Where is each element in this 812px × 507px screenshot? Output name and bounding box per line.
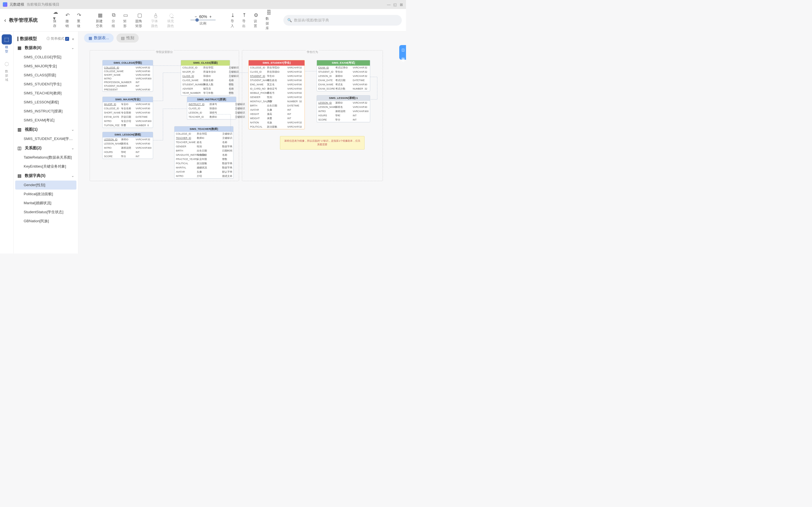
- field-library-dock[interactable]: ◫ 字段库: [399, 45, 406, 60]
- entity-major[interactable]: SIMS_MAJOR[专业] MAJOR_ID专业IDVARCHAR32COLL…: [102, 97, 153, 128]
- entity-row: GRADUATE_INSTITUTION毕业院校名称: [174, 153, 233, 157]
- canvas-area: ▦数据表... ▤性别 学院设置部分 学生行为 SIMS_COLLEGE[学院]…: [79, 32, 406, 253]
- entity-row: LESSON_ID课程IDVARCHAR32: [317, 101, 370, 105]
- sidebar-item[interactable]: KeyEntities[关键业务对象]: [15, 162, 77, 171]
- sidebar-item[interactable]: SIMS_EXAM[考试]: [15, 116, 77, 125]
- sidebar-item[interactable]: Marital[婚姻状况]: [15, 199, 77, 208]
- rail-datadomain[interactable]: ◌数 据 域: [2, 59, 12, 82]
- entity-instruct[interactable]: SIMS_INSTRUCT[授课] INSTRUCT_ID授课号主键标识CLAS…: [187, 97, 236, 119]
- export-icon: ⤒: [242, 12, 246, 18]
- entity-row: INTRO专业介绍VARCHAR900: [103, 119, 153, 123]
- sidebar-item[interactable]: SIMS_MAJOR[专业]: [15, 62, 77, 71]
- entity-row: SCORE学分INT: [317, 118, 370, 122]
- entity-row: SCORE学分INT: [103, 154, 153, 159]
- sidebar-group-head[interactable]: ▥视图(1)⌄: [15, 125, 77, 134]
- tab-data-tables[interactable]: ▦数据表...: [84, 34, 114, 43]
- search-input[interactable]: 🔍 数据表/视图/数据字典: [283, 15, 402, 25]
- entity-row: LESSON_ID课程IDVARCHAR32: [317, 74, 370, 78]
- sidebar-item[interactable]: SIMS_STUDENT[学生]: [15, 80, 77, 89]
- chevron-down-icon: ⌄: [71, 146, 74, 150]
- group-icon: ▦: [17, 45, 22, 50]
- new-table-button[interactable]: ▦新建空表: [95, 12, 105, 29]
- checkbox-checked-icon[interactable]: ✓: [65, 37, 69, 41]
- zoom-control[interactable]: − 60% + 比例: [190, 14, 216, 26]
- undo-button[interactable]: ↶撤销: [64, 12, 71, 29]
- window-restore-icon[interactable]: ◱: [393, 3, 397, 6]
- entity-class[interactable]: SIMS_CLASS[班级] COLLEGE_ID所在学院主键标识MAJOR_I…: [181, 60, 230, 96]
- undo-icon: ↶: [65, 12, 70, 18]
- zoom-slider[interactable]: [190, 19, 216, 20]
- sidebar-item[interactable]: SIMS_COLLEGE[学院]: [15, 53, 77, 62]
- chevron-down-icon: ⌄: [71, 128, 74, 131]
- tab-gender[interactable]: ▤性别: [116, 34, 139, 43]
- search-icon: 🔍: [287, 18, 292, 22]
- entity-row: INTROVARCHAR900: [103, 76, 153, 80]
- entity-header: SIMS_INSTRUCT[授课]: [187, 97, 236, 102]
- font-color-button[interactable]: A̲字体颜色: [150, 12, 161, 29]
- import-button[interactable]: ⤓导入: [230, 12, 236, 29]
- save-button[interactable]: ☁▾保存: [52, 12, 59, 29]
- entity-row: GENDER性别VARCHAR32: [249, 95, 305, 100]
- sidebar-item[interactable]: Political[政治面貌]: [15, 189, 77, 199]
- entity-lesson[interactable]: SIMS_LESSON[课程] LESSON_ID课程IDVARCHAR32LE…: [102, 132, 153, 159]
- entity-student[interactable]: SIMS_STUDENT[学生] COLLEGE_ID所在学院IDVARCHAR…: [248, 60, 305, 129]
- window-close-icon[interactable]: ⊠: [399, 3, 403, 6]
- entity-row: MAJOR_ID专业IDVARCHAR32: [103, 102, 153, 107]
- group-icon: ⧉: [112, 12, 116, 18]
- sidebar-group-head[interactable]: ▦数据表(8)⌄: [15, 43, 77, 53]
- simple-mode-toggle[interactable]: ⓘ简单模式✓: [47, 36, 69, 41]
- redo-button[interactable]: ↷重做: [76, 12, 82, 29]
- sidebar-group-head[interactable]: ▤数据字典(5)⌄: [15, 171, 77, 180]
- sidebar-item[interactable]: GBNation[民族]: [15, 217, 77, 226]
- entity-college[interactable]: SIMS_COLLEGE[学院] COLLEGE_IDVARCHAR32COLL…: [102, 60, 153, 92]
- sidebar-item[interactable]: TableRelations[数据表关系图]: [15, 153, 77, 162]
- sidebar-item[interactable]: SIMS_INSTRUCT[授课]: [15, 107, 77, 116]
- export-button[interactable]: ⤒导出: [241, 12, 248, 29]
- sidebar-item[interactable]: StudentStatus[学生状态]: [15, 208, 77, 217]
- collapse-sidebar-icon[interactable]: «: [72, 37, 74, 41]
- entity-row: ID_CARD_NO身份证号VARCHAR60: [249, 87, 305, 91]
- sidebar-item[interactable]: SIMS_TEACHER[教师]: [15, 89, 77, 98]
- rect-icon: ▭: [123, 12, 128, 18]
- entity-row: COLLEGE_ID所在学院IDVARCHAR32: [249, 66, 305, 70]
- back-button[interactable]: ‹: [4, 17, 6, 23]
- entity-row: CLASS_ID班级ID主键标识: [187, 107, 236, 111]
- group-label: 数据表(8): [25, 45, 42, 50]
- entity-header: SIMS_LESSON[课程]:1: [317, 96, 370, 101]
- entity-row: PRACTICE_YEARS从业年限整数: [174, 157, 233, 161]
- entity-row: LESSON_ID课程号主键标识: [187, 111, 236, 115]
- entity-row: INTRO课程说明VARCHAR900: [103, 146, 153, 150]
- rail-model[interactable]: ⬚模 型: [2, 34, 12, 54]
- chevron-down-icon: ⌄: [71, 46, 74, 50]
- entity-row: POLITICAL政治面貌数据字典: [174, 161, 233, 166]
- sidebar-item[interactable]: SIMS_CLASS[班级]: [15, 71, 77, 80]
- cloud-upload-icon: ☁▾: [53, 12, 58, 18]
- entity-row: COLLEGE_ID专业名称VARCHAR90: [103, 107, 153, 111]
- sidebar-item[interactable]: SIMS_LESSON[课程]: [15, 98, 77, 107]
- diagram-canvas[interactable]: 学院设置部分 学生行为 SIMS_COLLEGE[学院] COLLEGE_IDV…: [79, 45, 406, 253]
- database-button[interactable]: 🗄数据库: [264, 10, 273, 31]
- entity-exam[interactable]: SIMS_EXAM[考试] EXAM_ID考试记录IDVARCHAR32STUD…: [317, 60, 370, 91]
- entity-teacher[interactable]: SIMS_TEACHER[教师] COLLEGE_ID所在学院主键标识TEACH…: [174, 126, 234, 179]
- entity-row: LESSON_ID课程IDVARCHAR32: [103, 137, 153, 142]
- sidebar-item[interactable]: SMIS_STUDENT_EXAM[学生考试]: [15, 134, 77, 144]
- entity-row: PRESIDENTVARCHAR90: [103, 88, 153, 91]
- font-color-icon: A̲: [154, 12, 157, 18]
- entity-header: SIMS_EXAM[考试]: [317, 60, 370, 66]
- sidebar-item[interactable]: Gender[性别]: [15, 180, 77, 189]
- settings-button[interactable]: ⚙设置: [253, 12, 259, 29]
- group-icon: ◫: [17, 146, 22, 151]
- window-minimize-icon[interactable]: —: [387, 3, 391, 6]
- note-box: 课程信息表为镜像，所以后面的":1"标识，是指第1个镜像副本，仅关系图需要: [280, 136, 364, 150]
- entity-row: SHORT_NAMEVARCHAR90: [103, 73, 153, 76]
- round-rect-button[interactable]: ▢圆角矩形: [134, 12, 145, 29]
- fill-color-button[interactable]: ◌̲填充颜色: [166, 12, 177, 29]
- rect-button[interactable]: ▭矩形: [122, 12, 129, 29]
- group-button[interactable]: ⧉分组: [110, 12, 117, 29]
- entity-lesson-mirror[interactable]: SIMS_LESSON[课程]:1 LESSON_ID课程IDVARCHAR32…: [317, 95, 370, 122]
- zoom-in-icon[interactable]: +: [209, 14, 212, 19]
- cube-icon: ⬚: [2, 34, 12, 45]
- entity-row: COLLEGE_NAMEVARCHAR90: [103, 69, 153, 73]
- sidebar-group-head[interactable]: ◫关系图(2)⌄: [15, 144, 77, 153]
- entity-row: MAJOR_ID所属专业ID主键标识: [181, 70, 230, 74]
